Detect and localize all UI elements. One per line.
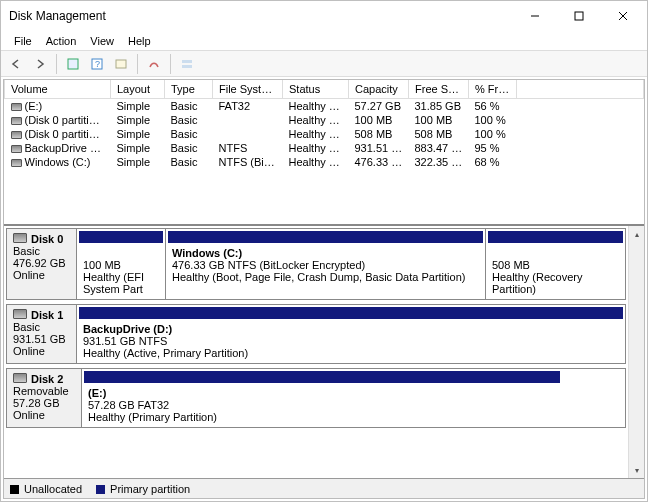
toolbar-divider	[170, 54, 171, 74]
table-row[interactable]: BackupDrive (D:)SimpleBasicNTFSHealthy (…	[5, 141, 644, 155]
menu-file[interactable]: File	[7, 33, 39, 49]
partition[interactable]: 100 MBHealthy (EFI System Part	[77, 229, 165, 299]
col-layout[interactable]: Layout	[111, 80, 165, 98]
legend-primary: Primary partition	[96, 483, 190, 495]
disk-label[interactable]: Disk 1Basic931.51 GBOnline	[6, 304, 77, 364]
volume-icon	[11, 103, 22, 111]
disk-label[interactable]: Disk 2Removable57.28 GBOnline	[6, 368, 82, 428]
svg-rect-1	[575, 12, 583, 20]
col-free[interactable]: Free Sp...	[409, 80, 469, 98]
disk-icon	[13, 233, 27, 243]
window-title: Disk Management	[9, 9, 513, 23]
legend-unallocated: Unallocated	[10, 483, 82, 495]
partition-cap	[488, 231, 623, 243]
col-status[interactable]: Status	[283, 80, 349, 98]
disk-partitions: BackupDrive (D:)931.51 GB NTFSHealthy (A…	[77, 304, 626, 364]
settings-icon[interactable]	[143, 53, 165, 75]
maximize-button[interactable]	[557, 2, 601, 30]
properties-button[interactable]	[110, 53, 132, 75]
partition-cap	[79, 307, 623, 319]
col-pctfree[interactable]: % Free	[469, 80, 517, 98]
content-area: Volume Layout Type File System Status Ca…	[3, 79, 645, 499]
svg-rect-8	[182, 60, 192, 63]
svg-rect-9	[182, 65, 192, 68]
disk-row: Disk 2Removable57.28 GBOnline(E:)57.28 G…	[6, 368, 626, 428]
volume-header-row: Volume Layout Type File System Status Ca…	[5, 80, 644, 98]
menubar: File Action View Help	[1, 31, 647, 50]
disk-partitions: (E:)57.28 GB FAT32Healthy (Primary Parti…	[82, 368, 626, 428]
col-spare[interactable]	[517, 80, 644, 98]
col-volume[interactable]: Volume	[5, 80, 111, 98]
toolbar-divider	[137, 54, 138, 74]
partition-cap	[79, 231, 163, 243]
volume-icon	[11, 131, 22, 139]
disk-partitions: 100 MBHealthy (EFI System PartWindows (C…	[77, 228, 626, 300]
disk-row: Disk 0Basic476.92 GBOnline 100 MBHealthy…	[6, 228, 626, 300]
legend-bar: Unallocated Primary partition	[4, 478, 644, 498]
scroll-up-button[interactable]: ▴	[629, 226, 644, 242]
disk-management-window: Disk Management File Action View Help ?	[0, 0, 648, 502]
col-fs[interactable]: File System	[213, 80, 283, 98]
svg-rect-7	[116, 60, 126, 68]
volume-table: Volume Layout Type File System Status Ca…	[4, 80, 644, 169]
partition[interactable]: BackupDrive (D:)931.51 GB NTFSHealthy (A…	[77, 305, 625, 363]
menu-help[interactable]: Help	[121, 33, 158, 49]
table-row[interactable]: Windows (C:)SimpleBasicNTFS (BitLo...Hea…	[5, 155, 644, 169]
table-row[interactable]: (Disk 0 partition 1)SimpleBasicHealthy (…	[5, 113, 644, 127]
table-row[interactable]: (E:)SimpleBasicFAT32Healthy (P...57.27 G…	[5, 98, 644, 113]
partition[interactable]: Windows (C:)476.33 GB NTFS (BitLocker En…	[165, 229, 485, 299]
disk-icon	[13, 373, 27, 383]
titlebar: Disk Management	[1, 1, 647, 31]
volume-list-pane: Volume Layout Type File System Status Ca…	[4, 80, 644, 224]
back-button[interactable]	[5, 53, 27, 75]
menu-action[interactable]: Action	[39, 33, 84, 49]
svg-text:?: ?	[95, 59, 100, 69]
scroll-down-button[interactable]: ▾	[629, 462, 644, 478]
partition-cap	[168, 231, 483, 243]
help-icon[interactable]: ?	[86, 53, 108, 75]
disk-graphic-pane: Disk 0Basic476.92 GBOnline 100 MBHealthy…	[4, 224, 644, 478]
refresh-button[interactable]	[62, 53, 84, 75]
list-view-icon[interactable]	[176, 53, 198, 75]
col-type[interactable]: Type	[165, 80, 213, 98]
partition[interactable]: (E:)57.28 GB FAT32Healthy (Primary Parti…	[82, 369, 562, 427]
vertical-scrollbar[interactable]: ▴ ▾	[628, 226, 644, 478]
svg-rect-4	[68, 59, 78, 69]
toolbar: ?	[1, 50, 647, 77]
menu-view[interactable]: View	[83, 33, 121, 49]
disk-icon	[13, 309, 27, 319]
minimize-button[interactable]	[513, 2, 557, 30]
forward-button[interactable]	[29, 53, 51, 75]
table-row[interactable]: (Disk 0 partition 4)SimpleBasicHealthy (…	[5, 127, 644, 141]
close-button[interactable]	[601, 2, 645, 30]
volume-icon	[11, 117, 22, 125]
disk-row: Disk 1Basic931.51 GBOnlineBackupDrive (D…	[6, 304, 626, 364]
volume-icon	[11, 145, 22, 153]
volume-icon	[11, 159, 22, 167]
partition-cap	[84, 371, 560, 383]
toolbar-divider	[56, 54, 57, 74]
col-capacity[interactable]: Capacity	[349, 80, 409, 98]
partition[interactable]: 508 MBHealthy (Recovery Partition)	[485, 229, 625, 299]
disk-label[interactable]: Disk 0Basic476.92 GBOnline	[6, 228, 77, 300]
